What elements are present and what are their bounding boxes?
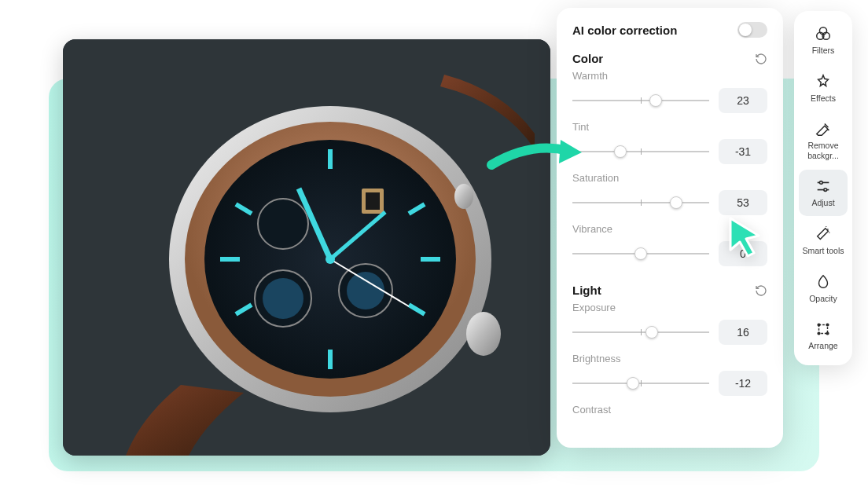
contrast-label: Contrast [572, 404, 767, 416]
tool-effects[interactable]: Effects [799, 65, 848, 112]
svg-point-12 [258, 199, 308, 249]
brightness-slider[interactable] [572, 383, 709, 384]
adjust-icon [815, 178, 832, 195]
saturation-label: Saturation [572, 172, 767, 184]
tools-sidebar: Filters Effects Remove backgr... Adjust … [794, 11, 852, 365]
section-title-color: Color [572, 52, 603, 65]
reset-icon[interactable] [755, 53, 767, 65]
svg-point-22 [326, 254, 335, 264]
ai-correction-toggle[interactable] [737, 22, 767, 38]
exposure-value[interactable]: 16 [719, 320, 767, 345]
svg-point-29 [819, 181, 822, 185]
eraser-icon [815, 120, 832, 137]
magic-wand-icon [815, 225, 832, 243]
tint-value[interactable]: -31 [719, 139, 767, 164]
svg-rect-32 [819, 325, 828, 334]
effects-icon [815, 73, 832, 90]
tool-arrange[interactable]: Arrange [799, 313, 848, 359]
tool-remove-background[interactable]: Remove backgr... [799, 112, 848, 168]
tint-label: Tint [572, 121, 767, 133]
vibrance-slider[interactable] [572, 253, 709, 254]
svg-point-16 [263, 278, 303, 319]
product-image [63, 39, 550, 456]
brightness-label: Brightness [572, 353, 767, 364]
svg-point-15 [347, 272, 384, 309]
svg-point-31 [824, 189, 827, 192]
arrange-icon [815, 320, 832, 338]
exposure-label: Exposure [572, 302, 767, 313]
brightness-value[interactable]: -12 [719, 371, 767, 396]
warmth-value[interactable]: 23 [719, 88, 767, 113]
vibrance-label: Vibrance [572, 223, 767, 235]
svg-point-33 [818, 324, 820, 326]
tool-opacity[interactable]: Opacity [799, 265, 848, 312]
tool-filters[interactable]: Filters [799, 17, 848, 64]
adjust-panel: AI color correction Color Warmth 23 Tint… [557, 8, 783, 448]
warmth-slider[interactable] [572, 100, 709, 101]
vibrance-value[interactable]: 0 [719, 241, 767, 266]
saturation-value[interactable]: 53 [719, 190, 767, 215]
filters-icon [815, 25, 832, 42]
svg-point-23 [466, 312, 501, 356]
exposure-slider[interactable] [572, 331, 709, 333]
svg-point-34 [826, 324, 829, 326]
section-title-light: Light [572, 284, 601, 297]
tint-slider[interactable] [572, 151, 709, 152]
svg-point-24 [454, 184, 473, 209]
saturation-slider[interactable] [572, 202, 709, 203]
svg-point-35 [818, 332, 820, 335]
opacity-icon [815, 273, 832, 291]
image-canvas[interactable] [63, 39, 550, 456]
reset-icon[interactable] [755, 284, 767, 297]
ai-correction-label: AI color correction [572, 24, 677, 37]
warmth-label: Warmth [572, 70, 767, 82]
tool-smart-tools[interactable]: Smart tools [799, 218, 848, 264]
tool-adjust[interactable]: Adjust [799, 170, 848, 216]
svg-rect-18 [366, 192, 380, 210]
svg-point-36 [826, 332, 829, 335]
